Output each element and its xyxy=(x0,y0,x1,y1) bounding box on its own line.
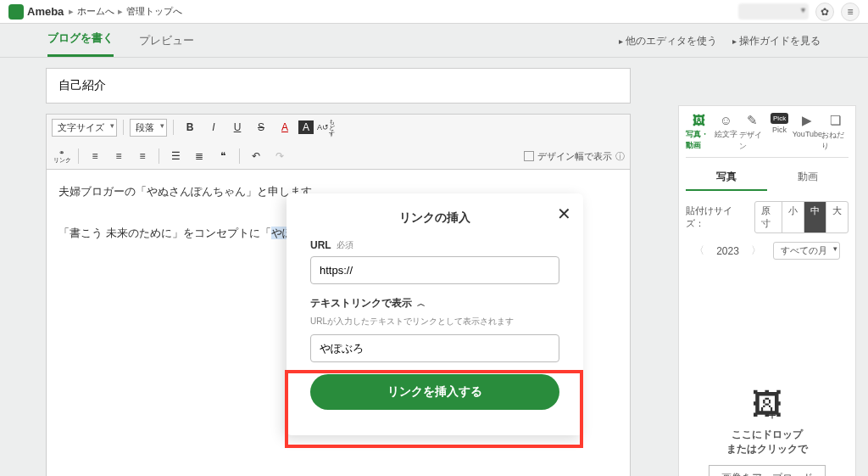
modal-title: リンクの挿入 xyxy=(310,210,559,226)
subtab-photo[interactable]: 写真 xyxy=(686,165,767,191)
main-area: 文字サイズ 段落 B I U S A A A↺もどす ⚭リンク ≡ ≡ ≡ ☰ … xyxy=(0,58,868,476)
size-original[interactable]: 原寸 xyxy=(755,202,782,232)
size-large[interactable]: 大 xyxy=(826,202,848,232)
link-text-input[interactable] xyxy=(310,334,559,362)
unordered-list-button[interactable]: ≣ xyxy=(189,147,209,165)
sub-header: ブログを書く プレビュー 他のエディタを使う 操作ガイドを見る xyxy=(0,24,868,58)
media-panel: 🖼写真・動画 ☺絵文字 ✎デザイン PickPick ▶YouTube ❏おねだ… xyxy=(678,105,856,476)
media-tab-photo-video[interactable]: 🖼写真・動画 xyxy=(686,113,713,152)
close-icon[interactable]: ✕ xyxy=(557,204,571,224)
design-width-label: デザイン幅で表示 xyxy=(537,150,612,163)
text-link-toggle[interactable]: テキストリンクで表示 ︿ xyxy=(310,296,559,311)
image-drop-area[interactable]: 🖼＋ ここにドロップ またはクリックで 画像をアップロード xyxy=(686,387,849,476)
text-color-button[interactable]: A xyxy=(275,118,295,137)
italic-button[interactable]: I xyxy=(203,118,224,137)
ameba-icon xyxy=(8,4,24,20)
emoji-icon: ☺ xyxy=(720,113,732,127)
drop-text-1: ここにドロップ xyxy=(732,428,803,440)
upload-button[interactable]: 画像をアップロード xyxy=(709,465,826,476)
link-guide[interactable]: 操作ガイドを見る xyxy=(732,34,821,48)
chevron-up-icon: ︿ xyxy=(417,298,426,310)
align-right-button[interactable]: ≡ xyxy=(132,147,153,165)
media-tab-youtube[interactable]: ▶YouTube xyxy=(793,113,821,152)
youtube-icon: ▶ xyxy=(802,113,812,128)
media-tab-wishlist[interactable]: ❏おねだり xyxy=(821,113,849,152)
media-tab-design[interactable]: ✎デザイン xyxy=(739,113,766,152)
undo-button[interactable]: ↶ xyxy=(246,147,266,165)
media-tab-emoji[interactable]: ☺絵文字 xyxy=(713,113,740,152)
redo-button[interactable]: ↷ xyxy=(270,147,290,165)
text-link-help: URLが入力したテキストでリンクとして表示されます xyxy=(310,316,559,328)
align-center-button[interactable]: ≡ xyxy=(108,147,129,165)
image-icon: 🖼 xyxy=(693,113,705,127)
font-size-select[interactable]: 文字サイズ xyxy=(52,119,117,137)
size-small[interactable]: 小 xyxy=(782,202,804,232)
help-icon[interactable]: ⓘ xyxy=(615,150,625,163)
url-label: URL 必須 xyxy=(310,239,559,251)
paste-size-row: 貼付けサイズ： 原寸 小 中 大 xyxy=(686,201,849,233)
clear-format-button[interactable]: A↺もどす xyxy=(317,118,337,137)
insert-link-modal: ✕ リンクの挿入 URL 必須 テキストリンクで表示 ︿ URLが入力したテキス… xyxy=(287,193,583,435)
settings-icon[interactable]: ✿ xyxy=(815,3,834,21)
link-button[interactable]: ⚭リンク xyxy=(52,147,72,165)
ordered-list-button[interactable]: ☰ xyxy=(165,147,186,165)
breadcrumb: ▸ ホームへ ▸ 管理トップへ xyxy=(69,5,182,18)
post-title-input[interactable] xyxy=(46,68,631,104)
link-other-editor[interactable]: 他のエディタを使う xyxy=(619,34,717,48)
brand-text: Ameba xyxy=(27,5,64,18)
design-width-checkbox[interactable] xyxy=(524,151,534,161)
year-nav: 〈 2023 〉 すべての月 xyxy=(686,242,849,260)
hamburger-icon[interactable]: ≡ xyxy=(841,3,860,21)
user-menu[interactable] xyxy=(738,3,809,20)
year-label: 2023 xyxy=(716,245,739,257)
design-icon: ✎ xyxy=(747,113,758,128)
next-year-icon[interactable]: 〉 xyxy=(751,244,761,258)
subtab-video[interactable]: 動画 xyxy=(767,165,849,191)
tab-preview[interactable]: プレビュー xyxy=(139,33,194,57)
bold-button[interactable]: B xyxy=(180,118,200,137)
size-medium[interactable]: 中 xyxy=(804,202,826,232)
media-subtabs: 写真 動画 xyxy=(686,165,849,191)
crumb-admin[interactable]: 管理トップへ xyxy=(126,5,182,18)
editor-toolbar: 文字サイズ 段落 B I U S A A A↺もどす ⚭リンク ≡ ≡ ≡ ☰ … xyxy=(46,114,631,170)
drop-text-2: またはクリックで xyxy=(726,443,808,455)
highlight-button[interactable]: A xyxy=(298,120,314,134)
paragraph-select[interactable]: 段落 xyxy=(130,119,167,137)
brand-logo[interactable]: Ameba xyxy=(8,4,64,20)
top-bar: Ameba ▸ ホームへ ▸ 管理トップへ ✿ ≡ xyxy=(0,0,868,24)
upload-icon: 🖼＋ xyxy=(686,387,849,423)
blockquote-button[interactable]: ❝ xyxy=(213,147,233,165)
insert-link-button[interactable]: リンクを挿入する xyxy=(310,374,559,410)
prev-year-icon[interactable]: 〈 xyxy=(694,244,704,258)
month-select[interactable]: すべての月 xyxy=(773,242,840,260)
underline-button[interactable]: U xyxy=(227,118,248,137)
url-input[interactable] xyxy=(310,256,559,284)
pick-icon: Pick xyxy=(771,113,788,124)
media-tab-pick[interactable]: PickPick xyxy=(766,113,793,152)
align-left-button[interactable]: ≡ xyxy=(85,147,105,165)
media-tablist: 🖼写真・動画 ☺絵文字 ✎デザイン PickPick ▶YouTube ❏おねだ… xyxy=(686,113,849,158)
paste-size-segment: 原寸 小 中 大 xyxy=(754,201,849,233)
crumb-home[interactable]: ホームへ xyxy=(77,5,114,18)
gift-icon: ❏ xyxy=(830,113,841,128)
tab-write[interactable]: ブログを書く xyxy=(47,31,114,57)
strike-button[interactable]: S xyxy=(251,118,271,137)
